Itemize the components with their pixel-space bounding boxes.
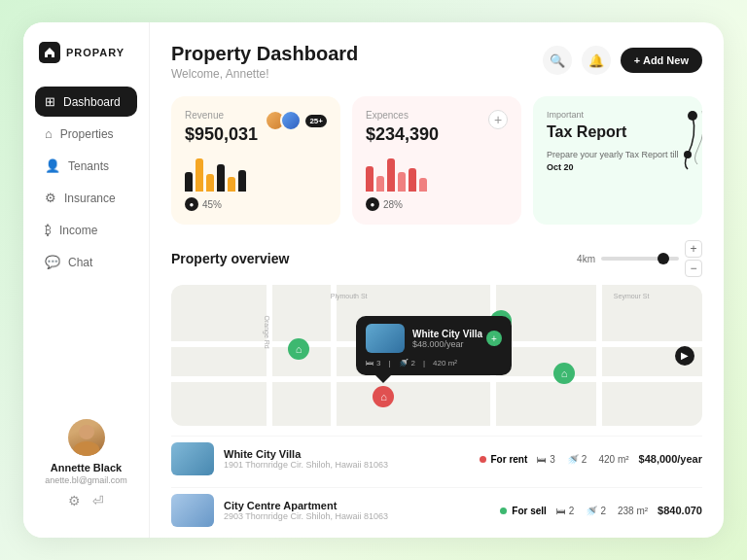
trend-indicator: ● — [185, 197, 198, 211]
beds-1: 🛏 3 — [537, 454, 555, 465]
home-icon-4: ⌂ — [380, 391, 387, 402]
avatar-image — [68, 419, 105, 456]
sidebar-label-properties: Properties — [60, 127, 114, 141]
property-row-2: City Centre Apartment 2903 Thornridge Ci… — [171, 487, 702, 533]
bar — [398, 172, 406, 192]
expenses-card: Expences $234,390 + ● 28% — [352, 96, 521, 225]
baths-1: 🚿 2 — [567, 454, 587, 465]
home-icon-3: ⌂ — [561, 368, 568, 379]
sidebar-label-chat: Chat — [68, 256, 92, 269]
dashboard-icon: ⊞ — [45, 94, 55, 109]
revenue-trend: 45% — [202, 199, 222, 210]
sidebar-item-income[interactable]: ₿ Income — [35, 215, 137, 245]
sidebar-item-dashboard[interactable]: ⊞ Dashboard — [35, 87, 137, 117]
logo-icon — [39, 42, 60, 63]
home-icon-1: ⌂ — [296, 343, 302, 355]
map-pin-1[interactable]: ⌂ — [288, 338, 309, 360]
add-new-button[interactable]: + Add New — [621, 48, 702, 73]
user-profile: Annette Black anette.bl@gmail.com ⚙ ⏎ — [35, 409, 137, 518]
property-info-2: City Centre Apartment 2903 Thornridge Ci… — [224, 500, 490, 521]
tax-card: Important Tax Report Prepare your yearly… — [533, 96, 702, 225]
user-actions: ⚙ ⏎ — [68, 493, 104, 508]
expenses-trend: 28% — [383, 199, 403, 210]
bar — [228, 177, 235, 192]
svg-point-1 — [684, 151, 692, 158]
map-zoom-control: 4km + − — [577, 240, 702, 277]
sidebar-label-tenants: Tenants — [68, 159, 109, 173]
tenants-icon: 👤 — [45, 158, 60, 173]
beds-2: 🛏 2 — [556, 506, 575, 516]
street-label-1: Plymouth St — [331, 293, 368, 299]
tooltip-area: 420 m² — [433, 359, 457, 368]
map-pin-4[interactable]: ⌂ — [373, 386, 394, 407]
settings-icon[interactable]: ⚙ — [68, 493, 81, 508]
road-vertical-1 — [331, 285, 337, 426]
sidebar: PROPARY ⊞ Dashboard ⌂ Properties 👤 Tenan… — [23, 22, 150, 538]
svg-point-0 — [688, 111, 697, 121]
property-row-1: White City Villa 1901 Thornridge Cir. Sh… — [171, 436, 702, 481]
zoom-buttons: + − — [685, 240, 702, 277]
sidebar-item-chat[interactable]: 💬 Chat — [35, 247, 137, 277]
page-subtitle: Welcome, Annette! — [171, 67, 358, 81]
bar — [419, 178, 427, 192]
logout-icon[interactable]: ⏎ — [92, 493, 104, 508]
plus-badge[interactable]: + — [488, 110, 508, 129]
stat-cards: Revenue $950,031 25+ ● 45% — [171, 96, 702, 225]
road-vertical-4 — [267, 285, 272, 426]
sidebar-label-income: Income — [59, 224, 97, 237]
properties-icon: ⌂ — [45, 126, 53, 141]
bar — [196, 158, 203, 192]
avatar-count: 25+ — [305, 115, 327, 127]
sidebar-item-insurance[interactable]: ⚙ Insurance — [35, 183, 137, 213]
top-header: Property Dashboard Welcome, Annette! 🔍 🔔… — [171, 42, 702, 81]
page-title: Property Dashboard — [171, 42, 358, 65]
tooltip-image — [366, 324, 405, 353]
bar — [376, 176, 384, 192]
sidebar-item-properties[interactable]: ⌂ Properties — [35, 119, 137, 149]
header-title-area: Property Dashboard Welcome, Annette! — [171, 42, 358, 81]
insurance-icon: ⚙ — [45, 191, 56, 205]
zoom-in-button[interactable]: + — [685, 240, 702, 258]
property-info-1: White City Villa 1901 Thornridge Cir. Sh… — [224, 448, 470, 470]
area-2: 238 m² — [618, 506, 648, 516]
tooltip-add-button[interactable]: + — [486, 331, 502, 346]
property-meta-2: 🛏 2 🚿 2 238 m² — [556, 506, 648, 516]
sidebar-item-tenants[interactable]: 👤 Tenants — [35, 151, 137, 181]
bar — [387, 158, 395, 192]
sidebar-label-dashboard: Dashboard — [63, 95, 121, 109]
property-name-1: White City Villa — [224, 448, 470, 460]
bed-icon-2: 🛏 — [556, 506, 566, 516]
bar — [366, 166, 374, 192]
notification-button[interactable]: 🔔 — [582, 46, 611, 75]
tooltip-price: $48.000/year — [412, 339, 482, 349]
bath-icon: 🚿 — [567, 454, 579, 465]
bar — [185, 172, 193, 192]
bath-icon: 🚿 — [399, 359, 409, 368]
tooltip-beds: 🛏 3 — [366, 359, 380, 368]
zoom-thumb — [658, 253, 669, 264]
header-actions: 🔍 🔔 + Add New — [543, 46, 702, 75]
search-button[interactable]: 🔍 — [543, 46, 572, 75]
zoom-slider[interactable] — [601, 257, 679, 261]
expenses-bar-chart — [366, 153, 508, 192]
street-label-2: Orange Rd — [264, 316, 270, 349]
tooltip-baths: 🚿 2 — [399, 359, 415, 368]
map-pin-3[interactable]: ⌂ — [553, 363, 575, 384]
overview-header: Property overview 4km + − — [171, 240, 702, 277]
street-label-3: Seymour St — [614, 293, 650, 299]
navigate-button[interactable]: ▶ — [675, 346, 694, 366]
property-name-2: City Centre Apartment — [224, 500, 490, 511]
road-vertical-3 — [596, 285, 602, 426]
bar — [206, 174, 214, 192]
main-content: Property Dashboard Welcome, Annette! 🔍 🔔… — [150, 22, 724, 538]
property-thumbnail-1 — [171, 442, 214, 475]
revenue-bar-chart — [185, 153, 327, 192]
user-email: anette.bl@gmail.com — [45, 475, 127, 485]
property-list: White City Villa 1901 Thornridge Cir. Sh… — [171, 436, 702, 533]
overview-title: Property overview — [171, 251, 289, 266]
property-overview: Property overview 4km + − — [171, 240, 702, 533]
zoom-out-button[interactable]: − — [685, 260, 702, 277]
bed-icon: 🛏 — [366, 359, 374, 368]
tooltip-title: White City Villa — [412, 329, 482, 339]
user-name: Annette Black — [51, 462, 122, 473]
